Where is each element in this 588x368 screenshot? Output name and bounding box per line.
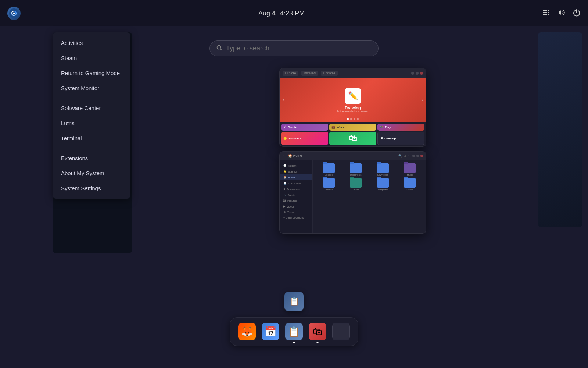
sw-cat-work[interactable]: 💼 Work — [329, 124, 376, 131]
fm-folder-music[interactable]: Music — [398, 163, 423, 176]
dock-calendar[interactable]: 📅 — [261, 322, 280, 341]
sw-nav-updates[interactable]: Updates — [321, 71, 338, 76]
search-bar — [209, 40, 379, 56]
floating-files-icon[interactable]: 📋 — [284, 292, 304, 311]
dock-apps-grid[interactable]: ⋯ — [331, 322, 351, 341]
menu-item-lutris[interactable]: Lutris — [53, 116, 130, 131]
store-running-dot — [317, 342, 319, 343]
fm-sidebar-other[interactable]: + Other Locations — [280, 215, 312, 220]
menu-item-about-system[interactable]: About My System — [53, 166, 130, 181]
dock-firefox[interactable]: 🦊 — [237, 322, 257, 341]
sw-minimize-button[interactable] — [411, 72, 414, 75]
fm-grid-icon[interactable]: ⊞ — [404, 154, 406, 158]
trash-icon: 🗑 — [283, 211, 286, 213]
network-icon[interactable] — [542, 9, 550, 18]
fm-sidebar-recent[interactable]: 🕐 Recent — [280, 163, 312, 169]
folder-templates-icon — [377, 178, 389, 188]
fm-folder-documents[interactable]: Documents — [344, 163, 369, 176]
sw-cat-store[interactable]: 🛍 — [329, 132, 376, 145]
firefox-icon: 🦊 — [238, 323, 256, 340]
menu-item-return-gaming[interactable]: Return to Gaming Mode — [53, 66, 130, 81]
svg-rect-9 — [545, 14, 547, 15]
fm-folder-desktop[interactable]: Desktop — [316, 163, 341, 176]
windows-column: Explore Installed Updates ‹ ✏️ Drawing E… — [176, 68, 529, 234]
fm-folder-public[interactable]: Public — [344, 178, 369, 191]
menu-item-system-settings[interactable]: System Settings — [53, 181, 130, 196]
search-input[interactable] — [226, 45, 372, 52]
sw-next-button[interactable]: › — [422, 98, 423, 103]
documents-icon: 📄 — [283, 182, 287, 185]
fm-folder-pictures[interactable]: Pictures — [316, 178, 341, 191]
fm-sidebar-starred[interactable]: ⭐ Starred — [280, 169, 312, 174]
sw-cat-play[interactable]: 🎮 Play — [377, 124, 424, 131]
menu-divider-1 — [53, 98, 130, 98]
power-icon[interactable] — [573, 8, 581, 18]
sw-cat-create[interactable]: 🖊 Create — [281, 124, 328, 131]
sw-hero-title: Drawing — [345, 106, 361, 110]
fm-sidebar-documents[interactable]: 📄 Documents — [280, 180, 312, 186]
svg-point-1 — [13, 13, 15, 14]
fm-sidebar-home[interactable]: 🏠 Home — [280, 174, 312, 180]
menu-divider-2 — [53, 148, 130, 148]
play-icon: 🎮 — [380, 125, 383, 129]
fm-sidebar-music[interactable]: 🎵 Music — [280, 192, 312, 198]
sw-prev-button[interactable]: ‹ — [283, 98, 284, 103]
app-logo[interactable] — [7, 7, 21, 20]
sw-dot-1 — [347, 118, 349, 120]
sw-nav-installed[interactable]: Installed — [301, 71, 318, 76]
fm-folder-downloads[interactable]: Downloads — [370, 163, 395, 176]
fm-maximize-button[interactable] — [416, 155, 419, 157]
svg-rect-4 — [548, 10, 549, 11]
fm-sidebar-downloads[interactable]: ⬇ Downloads — [280, 186, 312, 192]
fm-back-icon[interactable]: ‹ — [283, 154, 284, 158]
svg-rect-2 — [543, 10, 545, 11]
fm-nav-icons: ‹ › 🏠 Home — [283, 154, 302, 158]
topbar-left — [7, 7, 21, 20]
sw-cat-socialize[interactable]: 😊 Socialize — [281, 132, 328, 145]
fm-sidebar-trash[interactable]: 🗑 Trash — [280, 209, 312, 215]
sw-nav-explore[interactable]: Explore — [283, 71, 298, 76]
fm-folder-templates[interactable]: Templates — [370, 178, 395, 191]
topbar: Aug 4 4:23 PM — [0, 0, 588, 26]
menu-item-steam[interactable]: Steam — [53, 50, 130, 66]
fm-search-icon[interactable]: 🔍 — [398, 154, 402, 158]
search-wrapper[interactable] — [209, 40, 379, 56]
menu-item-terminal[interactable]: Terminal — [53, 131, 130, 146]
fm-list-icon[interactable]: ≡ — [408, 154, 409, 158]
sw-cat-develop[interactable]: 🖥 Develop — [377, 132, 424, 145]
menu-item-extensions[interactable]: Extensions — [53, 151, 130, 166]
svg-rect-3 — [545, 10, 547, 11]
develop-icon: 🖥 — [380, 137, 383, 140]
sw-maximize-button[interactable] — [416, 72, 419, 75]
fm-sidebar-pictures[interactable]: 🖼 Pictures — [280, 198, 312, 204]
svg-rect-8 — [543, 14, 545, 15]
menu-item-activities[interactable]: Activities — [53, 35, 130, 50]
fm-forward-icon[interactable]: › — [286, 154, 287, 158]
fm-close-button[interactable] — [420, 155, 423, 157]
pictures-icon: 🖼 — [283, 199, 286, 202]
menu-item-system-monitor[interactable]: System Monitor — [53, 81, 130, 96]
starred-icon: ⭐ — [283, 170, 287, 173]
folder-music-icon — [404, 163, 416, 173]
dock-store[interactable]: 🛍 — [308, 322, 327, 341]
fm-folder-videos[interactable]: Videos — [398, 178, 423, 191]
fm-title: 🏠 Home — [288, 154, 302, 158]
fm-minimize-button[interactable] — [412, 155, 415, 157]
svg-rect-6 — [545, 12, 547, 13]
folder-documents-icon — [350, 163, 362, 173]
fm-sidebar-videos[interactable]: ▶ Videos — [280, 204, 312, 209]
desktop: Aug 4 4:23 PM — [0, 0, 588, 368]
sw-dot-4 — [357, 118, 359, 120]
sw-close-button[interactable] — [420, 72, 423, 75]
files-icon: 📋 — [285, 323, 303, 340]
create-icon: 🖊 — [283, 125, 286, 129]
dock-files[interactable]: 📋 — [284, 322, 304, 341]
svg-rect-7 — [548, 12, 549, 13]
sw-categories-container: 🖊 Create 💼 Work 🎮 Play 😊 Socialize — [280, 122, 426, 146]
calendar-icon: 📅 — [262, 323, 279, 340]
volume-icon[interactable] — [557, 8, 565, 18]
store-app-icon: 🛍 — [349, 134, 357, 143]
work-icon: 💼 — [331, 125, 335, 129]
menu-item-software-center[interactable]: Software Center — [53, 100, 130, 116]
folder-desktop-icon — [323, 163, 335, 173]
